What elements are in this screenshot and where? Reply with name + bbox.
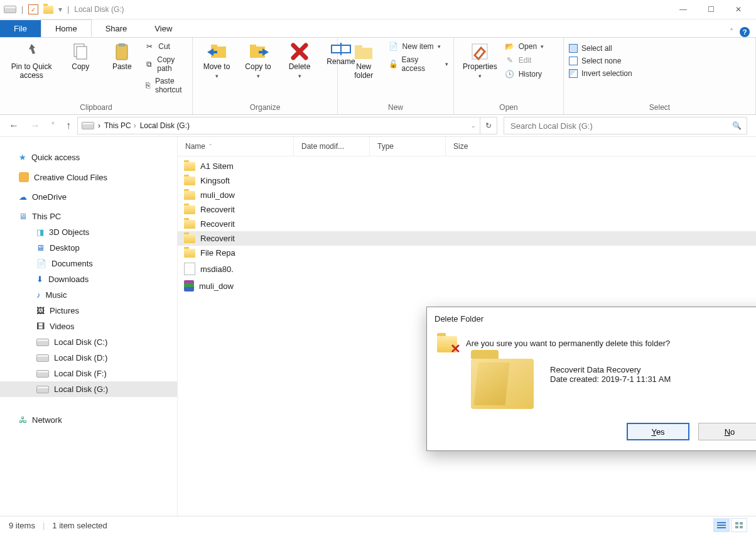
paste-shortcut-button[interactable]: ⎘Paste shortcut — [144, 77, 187, 94]
sidebar-item-onedrive[interactable]: ☁OneDrive — [0, 189, 177, 205]
view-details-button[interactable] — [713, 518, 730, 532]
svg-rect-11 — [355, 45, 362, 48]
nav-up-button[interactable]: ↑ — [66, 120, 71, 131]
drive-icon — [36, 386, 49, 393]
select-none-button[interactable]: Select none — [569, 57, 632, 65]
breadcrumb-thispc[interactable]: This PC — [104, 121, 131, 130]
desktop-icon: 🖥 — [36, 243, 45, 253]
sidebar-item-3d-objects[interactable]: ◨3D Objects — [0, 224, 177, 240]
sidebar-item-videos[interactable]: 🎞Videos — [0, 319, 177, 334]
col-type[interactable]: Type — [370, 137, 446, 156]
col-size[interactable]: Size — [446, 137, 524, 156]
sidebar-item-quick-access[interactable]: ★Quick access — [0, 150, 177, 165]
address-dropdown-icon[interactable]: ⌄ — [471, 123, 476, 129]
tab-view[interactable]: View — [141, 20, 186, 37]
paste-button[interactable]: Paste — [103, 40, 141, 73]
move-to-button[interactable]: Move to ▾ — [198, 40, 235, 82]
maximize-button[interactable]: ☐ — [697, 0, 725, 19]
svg-rect-5 — [211, 45, 217, 47]
navigation-pane: ★Quick access Creative Cloud Files ☁OneD… — [0, 137, 178, 519]
list-item[interactable]: A1 Sitem — [178, 159, 756, 173]
list-item[interactable]: msdia80. — [178, 260, 756, 278]
list-item[interactable]: Recoverit — [178, 217, 756, 231]
folder-icon — [184, 220, 195, 229]
view-large-icons-button[interactable] — [731, 518, 747, 532]
help-icon[interactable]: ? — [740, 27, 750, 37]
invert-selection-button[interactable]: Invert selection — [569, 69, 632, 78]
breadcrumb[interactable]: › This PC› Local Disk (G:) ⌄ — [77, 117, 480, 134]
col-name[interactable]: Name˄ — [178, 137, 294, 156]
properties-button[interactable]: Properties▾ — [459, 40, 501, 82]
nav-forward-button[interactable]: → — [30, 120, 40, 131]
open-button[interactable]: 📂Open ▾ — [505, 41, 544, 52]
music-icon: ♪ — [36, 290, 41, 300]
sidebar-item-creative-cloud[interactable]: Creative Cloud Files — [0, 169, 177, 185]
select-all-button[interactable]: Select all — [569, 44, 632, 53]
drive-icon — [36, 370, 49, 378]
group-label-clipboard: Clipboard — [5, 101, 187, 113]
svg-rect-15 — [717, 527, 726, 528]
refresh-button[interactable]: ↻ — [480, 117, 497, 134]
history-button[interactable]: 🕓History — [505, 69, 544, 79]
address-bar: ← → ▾ ↑ › This PC› Local Disk (G:) ⌄ ↻ 🔍 — [0, 115, 756, 137]
sidebar-item-music[interactable]: ♪Music — [0, 287, 177, 303]
minimize-button[interactable]: ― — [669, 0, 697, 19]
invert-icon — [569, 69, 578, 78]
search-input[interactable] — [509, 121, 732, 131]
cc-icon — [19, 172, 29, 182]
tab-share[interactable]: Share — [92, 20, 141, 37]
sidebar-item-downloads[interactable]: ⬇Downloads — [0, 271, 177, 287]
sidebar-item-network[interactable]: 🖧Network — [0, 412, 177, 428]
tab-file[interactable]: File — [0, 20, 41, 37]
list-item[interactable]: muli_dow — [178, 188, 756, 202]
close-button[interactable]: ✕ — [725, 0, 752, 19]
dialog-yes-button[interactable]: Yes — [627, 423, 689, 440]
sidebar-item-disk-g[interactable]: Local Disk (G:) — [0, 381, 177, 397]
svg-rect-19 — [740, 526, 743, 528]
qat-check-icon[interactable]: ✓ — [28, 4, 38, 14]
sidebar-item-disk-c[interactable]: Local Disk (C:) — [0, 334, 177, 350]
sidebar-item-disk-d[interactable]: Local Disk (D:) — [0, 350, 177, 366]
titlebar: | ✓ ▾ | Local Disk (G:) ― ☐ ✕ — [0, 0, 756, 19]
copy-button[interactable]: Copy — [62, 40, 99, 73]
status-selection: 1 item selected — [52, 521, 107, 530]
col-date[interactable]: Date modif... — [294, 137, 370, 156]
new-folder-button[interactable]: New folder — [343, 40, 385, 82]
breadcrumb-location[interactable]: Local Disk (G:) — [140, 121, 190, 130]
dialog-no-button[interactable]: No — [698, 423, 756, 440]
new-item-button[interactable]: 📄New item ▾ — [389, 41, 448, 52]
shortcut-icon: ⎘ — [144, 80, 151, 90]
list-item[interactable]: Kingsoft — [178, 173, 756, 188]
easy-access-button[interactable]: 🔓Easy access ▾ — [389, 55, 448, 73]
edit-icon: ✎ — [505, 55, 515, 65]
qat-folder-icon[interactable] — [43, 6, 53, 14]
pin-to-quick-access-button[interactable]: Pin to Quick access — [5, 40, 58, 82]
ribbon-collapse-icon[interactable]: ˄ — [730, 28, 733, 36]
list-item[interactable]: Recoverit — [178, 202, 756, 217]
delete-button[interactable]: Delete▾ — [281, 40, 318, 82]
easy-access-icon: 🔓 — [389, 59, 398, 69]
tab-home[interactable]: Home — [41, 19, 92, 37]
nav-history-button[interactable]: ▾ — [51, 120, 55, 131]
window-title: Local Disk (G:) — [74, 5, 124, 14]
svg-rect-18 — [735, 526, 738, 528]
sidebar-item-this-pc[interactable]: 🖥This PC — [0, 209, 177, 224]
copy-path-button[interactable]: ⧉Copy path — [144, 55, 187, 73]
sidebar-item-documents[interactable]: 📄Documents — [0, 256, 177, 271]
sidebar-item-disk-f[interactable]: Local Disk (F:) — [0, 366, 177, 381]
svg-rect-17 — [740, 522, 743, 525]
edit-button[interactable]: ✎Edit — [505, 55, 544, 65]
svg-rect-3 — [119, 43, 125, 46]
copy-to-button[interactable]: Copy to ▾ — [239, 40, 277, 82]
list-item[interactable]: File Repa — [178, 246, 756, 260]
paste-icon — [112, 41, 132, 62]
list-item[interactable]: muli_dow — [178, 278, 756, 294]
list-item[interactable]: Recoverit — [178, 231, 756, 246]
new-item-icon: 📄 — [389, 41, 399, 52]
sidebar-item-pictures[interactable]: 🖼Pictures — [0, 303, 177, 319]
cut-button[interactable]: ✂Cut — [144, 41, 187, 52]
search-box[interactable]: 🔍 — [504, 117, 747, 134]
search-icon[interactable]: 🔍 — [732, 121, 742, 130]
nav-back-button[interactable]: ← — [9, 120, 19, 131]
sidebar-item-desktop[interactable]: 🖥Desktop — [0, 240, 177, 256]
